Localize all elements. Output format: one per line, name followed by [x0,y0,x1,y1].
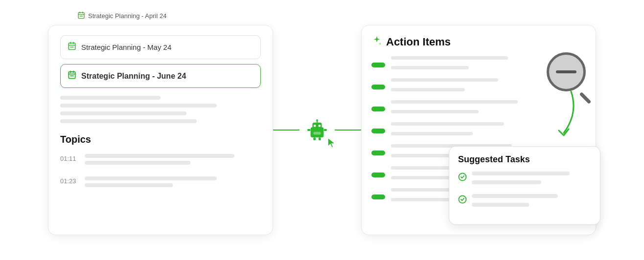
floating-cal-icon [77,11,85,21]
right-area: Action Items [361,25,596,235]
action-ph-3a [391,100,518,104]
topic-ph-2a [85,176,217,180]
topic-time-1: 01:11 [60,154,78,162]
svg-point-20 [318,125,321,127]
meeting-item-1[interactable]: Strategic Planning - May 24 [60,35,261,59]
meeting-label-1: Strategic Planning - May 24 [81,43,171,51]
topic-row-2: 01:23 [60,176,261,191]
bot-icon-wrap [299,112,335,148]
action-ph-2b [391,88,465,91]
left-area: Strategic Planning - April 24 Strategic … [48,25,273,235]
meeting-cal-icon-1 [68,42,76,53]
bot-svg-icon [306,119,328,141]
topic-ph-1a [85,154,234,158]
suggested-tasks-title: Suggested Tasks [458,154,591,165]
arrow-svg [547,89,581,138]
magnifier-wrap [547,52,586,91]
svg-rect-24 [313,137,316,140]
action-ph-4b [391,132,473,135]
task-ph-lines-2 [472,194,591,211]
cursor-icon [327,137,338,152]
ph-line-4 [60,119,197,123]
ph-line-3 [60,111,186,115]
task-ph-2a [472,194,558,198]
svg-point-19 [314,125,316,127]
action-ph-4a [391,122,504,126]
action-ph-3b [391,110,479,113]
check-icon-2 [458,195,467,206]
topic-lines-2 [85,176,261,191]
magnifier-inner-line [556,70,576,73]
green-bar-3 [371,107,385,111]
meeting-cal-icon-2 [68,70,76,82]
placeholder-lines [60,96,261,123]
svg-rect-22 [307,129,311,131]
svg-rect-23 [323,129,327,131]
task-ph-lines-1 [472,172,591,188]
topics-section: Topics 01:11 01:23 [60,134,261,191]
right-card: Action Items [361,25,596,235]
task-row-1 [458,172,591,188]
task-ph-1a [472,172,570,175]
action-items-header: Action Items [371,35,586,48]
task-ph-2b [472,203,529,207]
task-row-2 [458,194,591,211]
action-items-title: Action Items [386,36,451,48]
svg-point-18 [316,119,318,121]
ph-line-2 [60,104,217,108]
green-bar-2 [371,85,385,89]
task-ph-1b [472,180,541,184]
topic-ph-1b [85,161,190,165]
arrow-wrap [547,89,581,140]
green-bar-5 [371,151,385,155]
meeting-item-2[interactable]: Strategic Planning - June 24 [60,64,261,88]
green-bar-7 [371,195,385,199]
svg-rect-5 [69,43,75,50]
scene: Strategic Planning - April 24 Strategic … [28,8,616,252]
meeting-label-2: Strategic Planning - June 24 [81,72,186,81]
ph-line-1 [60,96,161,100]
green-bar-4 [371,129,385,133]
floating-label-text: Strategic Planning - April 24 [88,12,166,20]
topics-title: Topics [60,134,261,145]
svg-rect-25 [319,137,321,140]
action-ph-2a [391,78,498,82]
floating-label: Strategic Planning - April 24 [77,11,166,21]
topic-lines-1 [85,154,261,169]
svg-rect-21 [313,132,321,135]
left-card: Strategic Planning - May 24 Strategic Pl… [48,25,273,235]
svg-rect-10 [69,72,75,79]
action-ph-1b [391,66,469,69]
topic-row-1: 01:11 [60,154,261,169]
green-bar-1 [371,63,385,67]
topic-time-2: 01:23 [60,176,78,185]
svg-rect-0 [78,13,84,19]
topic-ph-2b [85,183,173,187]
center-area [273,112,361,148]
check-icon-1 [458,173,467,183]
action-ph-1a [391,56,508,60]
suggested-tasks-card: Suggested Tasks [449,146,600,225]
sparkle-icon [371,35,382,48]
green-bar-6 [371,173,385,177]
magnifier-circle [547,52,586,91]
